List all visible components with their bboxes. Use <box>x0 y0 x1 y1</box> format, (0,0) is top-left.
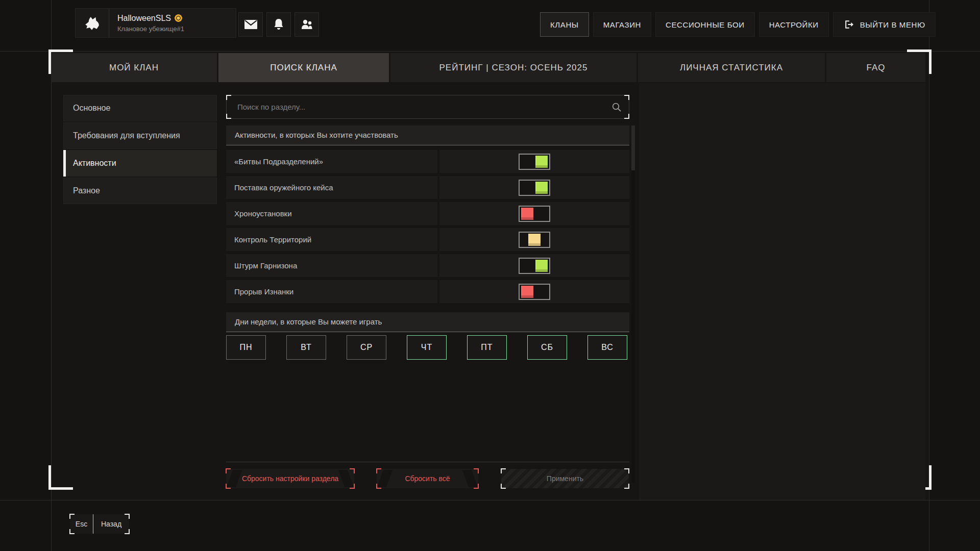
activity-toggle-chrono[interactable] <box>519 206 550 222</box>
clan-subtitle: Клановое убежище#1 <box>117 25 184 33</box>
activity-row: Прорыв Изнанки <box>226 280 629 303</box>
clan-emblem-cell <box>76 9 109 37</box>
clan-panel[interactable]: HalloweenSLS Клановое убежище#1 <box>75 8 236 38</box>
day-button-mon[interactable]: ПН <box>226 335 266 360</box>
tab-my-clan[interactable]: МОЙ КЛАН <box>51 53 217 82</box>
activity-label: Поставка оружейного кейса <box>226 176 437 199</box>
sidebar-item-join-requirements-label: Требования для вступления <box>73 131 180 140</box>
section-search-input[interactable] <box>227 95 629 118</box>
tab-clan-search[interactable]: ПОИСК КЛАНА <box>218 53 389 82</box>
activity-toggle-cell <box>439 176 629 199</box>
sidebar-item-join-requirements[interactable]: Требования для вступления <box>63 122 217 149</box>
activity-toggle-cell <box>439 254 629 277</box>
bell-icon <box>273 18 285 31</box>
mail-button[interactable] <box>238 12 263 37</box>
nav-session-battles-button[interactable]: СЕССИОННЫЕ БОИ <box>655 12 755 37</box>
sidebar-item-misc-label: Разное <box>73 186 100 195</box>
back-hotkey-button[interactable]: Esc Назад <box>70 514 129 534</box>
esc-key-label: Esc <box>70 514 93 534</box>
activity-label: Контроль Территорий <box>226 228 437 251</box>
activity-label: Прорыв Изнанки <box>226 280 437 303</box>
activity-toggle-weapon-case[interactable] <box>519 180 550 196</box>
reset-section-label: Сбросить настройки раздела <box>242 474 338 483</box>
days-section-header: Дни недели, в которые Вы можете играть <box>226 312 629 332</box>
sidebar-item-activities-label: Активности <box>73 159 116 167</box>
tab-personal-stats[interactable]: ЛИЧНАЯ СТАТИСТИКА <box>638 53 825 82</box>
sidebar-item-misc[interactable]: Разное <box>63 178 217 204</box>
nav-session-battles-label: СЕССИОННЫЕ БОИ <box>666 20 745 29</box>
reset-section-button[interactable]: Сбросить настройки раздела <box>226 469 354 488</box>
mail-icon <box>244 19 258 30</box>
frame-line-left <box>51 0 52 551</box>
sidebar-item-activities[interactable]: Активности <box>63 150 217 177</box>
reset-all-button[interactable]: Сбросить всё <box>377 469 478 488</box>
tab-clan-search-label: ПОИСК КЛАНА <box>270 63 337 73</box>
day-label: СБ <box>541 343 553 352</box>
activities-section-header: Активности, в которых Вы хотите участвов… <box>226 126 629 145</box>
activity-toggle-garrison-assault[interactable] <box>519 258 550 274</box>
toggle-knob <box>535 156 548 168</box>
nav-shop-button[interactable]: МАГАЗИН <box>593 12 651 37</box>
day-label: ВТ <box>301 343 311 352</box>
toggle-knob <box>535 182 548 194</box>
corner-tick <box>501 484 506 489</box>
activity-row: Штурм Гарнизона <box>226 254 629 277</box>
tab-faq-label: FAQ <box>866 63 885 73</box>
scrollbar-track <box>631 126 635 483</box>
section-search-box <box>226 95 629 119</box>
activity-row: «Битвы Подразделений» <box>226 150 629 173</box>
frame-line-top <box>0 51 980 52</box>
apply-label: Применить <box>547 474 583 483</box>
corner-tick <box>376 468 381 473</box>
activity-row: Хроноустановки <box>226 202 629 225</box>
nav-settings-button[interactable]: НАСТРОЙКИ <box>759 12 829 37</box>
sidebar-item-main[interactable]: Основное <box>63 95 217 121</box>
activity-row: Контроль Территорий <box>226 228 629 251</box>
tab-rating-season[interactable]: РЕЙТИНГ | СЕЗОН: ОСЕНЬ 2025 <box>390 53 636 82</box>
day-button-fri[interactable]: ПТ <box>467 335 507 360</box>
corner-tick <box>624 484 629 489</box>
notifications-button[interactable] <box>266 12 291 37</box>
reset-all-label: Сбросить всё <box>405 474 450 483</box>
exit-icon <box>843 19 854 30</box>
activity-toggle-underside-breach[interactable] <box>519 284 550 300</box>
back-label: Назад <box>93 514 129 534</box>
day-button-sat[interactable]: СБ <box>527 335 567 360</box>
apply-button[interactable]: Применить <box>501 469 629 488</box>
scrollbar-thumb[interactable] <box>631 126 635 170</box>
nav-clans-label: КЛАНЫ <box>550 20 579 29</box>
tab-personal-stats-label: ЛИЧНАЯ СТАТИСТИКА <box>680 63 783 73</box>
members-button[interactable] <box>295 12 319 37</box>
sidebar-item-main-label: Основное <box>73 104 110 112</box>
corner-tick <box>350 484 355 489</box>
toggle-knob <box>521 286 533 298</box>
activity-toggle-cell <box>439 280 629 303</box>
tab-bar: МОЙ КЛАН ПОИСК КЛАНА РЕЙТИНГ | СЕЗОН: ОС… <box>51 53 925 82</box>
corner-tick <box>350 468 355 473</box>
day-label: ПН <box>239 343 252 352</box>
wolf-emblem-icon <box>84 14 101 32</box>
activity-toggle-territory-control[interactable] <box>519 232 550 248</box>
activity-label: Штурм Гарнизона <box>226 254 437 277</box>
clan-name: HalloweenSLS <box>117 14 171 23</box>
activity-row: Поставка оружейного кейса <box>226 176 629 199</box>
day-label: ЧТ <box>421 343 432 352</box>
rank-badge-icon <box>175 14 182 22</box>
corner-tick <box>226 484 231 489</box>
nav-exit-to-menu-button[interactable]: ВЫЙТИ В МЕНЮ <box>833 12 936 37</box>
members-icon <box>300 18 313 31</box>
toggle-knob <box>535 260 548 272</box>
day-button-tue[interactable]: ВТ <box>286 335 326 360</box>
tab-faq[interactable]: FAQ <box>826 53 925 82</box>
activity-toggle-unit-battles[interactable] <box>519 154 550 170</box>
days-row: ПН ВТ СР ЧТ ПТ СБ ВС <box>226 335 629 360</box>
activities-rows: «Битвы Подразделений» Поставка оружейног… <box>226 150 629 306</box>
top-nav: КЛАНЫ МАГАЗИН СЕССИОННЫЕ БОИ НАСТРОЙКИ В… <box>540 12 936 37</box>
corner-tick <box>376 484 381 489</box>
day-button-wed[interactable]: СР <box>347 335 386 360</box>
toggle-knob <box>521 208 533 220</box>
day-button-thu[interactable]: ЧТ <box>407 335 447 360</box>
corner-tick <box>226 468 231 473</box>
nav-clans-button[interactable]: КЛАНЫ <box>540 12 589 37</box>
day-button-sun[interactable]: ВС <box>587 335 627 360</box>
